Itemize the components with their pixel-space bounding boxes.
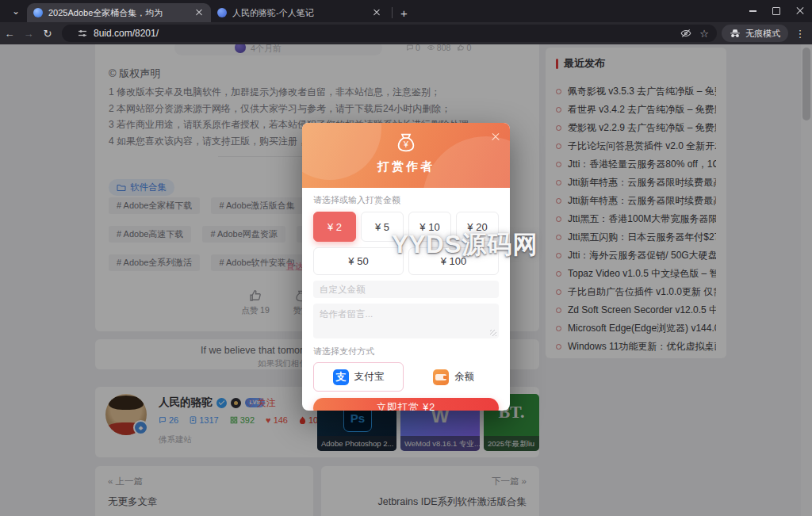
custom-amount-input[interactable] bbox=[313, 281, 499, 298]
menu-button[interactable]: ⋮ bbox=[791, 28, 809, 40]
tab-title: 人民的骆驼-个人笔记 bbox=[232, 7, 366, 19]
incognito-badge: 无痕模式 bbox=[722, 25, 788, 42]
tip-modal: ¥ 打赏作者 请选择或输入打赏金额 ¥ 2 ¥ 5 ¥ 10 ¥ 20 ¥ 50… bbox=[302, 123, 510, 411]
browser-toolbar: ← → ↻ 8uid.com/8201/ ☆ bbox=[0, 22, 812, 44]
site-info-icon[interactable] bbox=[78, 29, 87, 38]
message-input[interactable] bbox=[313, 304, 499, 338]
back-button[interactable]: ← bbox=[0, 28, 19, 40]
window-close-button[interactable] bbox=[788, 0, 812, 22]
modal-close-icon[interactable] bbox=[490, 132, 501, 143]
alipay-icon: 支 bbox=[333, 369, 349, 385]
incognito-icon bbox=[730, 29, 741, 38]
tab-close-icon[interactable] bbox=[193, 7, 205, 18]
message-field-wrap bbox=[313, 304, 499, 338]
eye-off-icon[interactable] bbox=[680, 28, 691, 39]
site-favicon bbox=[33, 8, 43, 17]
tab-divider bbox=[392, 7, 393, 18]
site-favicon bbox=[217, 8, 227, 17]
modal-header: ¥ 打赏作者 bbox=[302, 123, 510, 188]
forward-button[interactable]: → bbox=[19, 28, 38, 40]
browser-window: ⌄ 2025Adobe全家桶合集，均为 人民的骆驼-个人笔记 + ← → ↻ bbox=[0, 0, 812, 516]
maximize-button[interactable] bbox=[764, 0, 788, 22]
url-text[interactable]: 8uid.com/8201/ bbox=[94, 28, 672, 39]
amount-label: 请选择或输入打赏金额 bbox=[313, 194, 499, 205]
tab-camel-notes[interactable]: 人民的骆驼-个人笔记 bbox=[211, 3, 389, 22]
submit-tip-button[interactable]: 立即打赏 ¥2 bbox=[313, 398, 499, 411]
payment-option-balance[interactable]: 余额 bbox=[408, 362, 499, 392]
incognito-label: 无痕模式 bbox=[745, 28, 780, 40]
tab-search-button[interactable]: ⌄ bbox=[8, 3, 24, 19]
amount-option-2[interactable]: ¥ 2 bbox=[313, 212, 356, 242]
window-controls bbox=[741, 0, 812, 22]
payment-option-alipay[interactable]: 支 支付宝 bbox=[313, 362, 404, 392]
tab-close-icon[interactable] bbox=[371, 7, 382, 18]
tab-strip: ⌄ 2025Adobe全家桶合集，均为 人民的骆驼-个人笔记 + bbox=[0, 0, 812, 22]
modal-title: 打赏作者 bbox=[302, 159, 510, 174]
payment-options: 支 支付宝 余额 bbox=[313, 362, 499, 392]
tab-adobe-collection[interactable]: 2025Adobe全家桶合集，均为 bbox=[27, 3, 211, 22]
tab-title: 2025Adobe全家桶合集，均为 bbox=[48, 7, 189, 19]
watermark: YYDS源码网 bbox=[392, 228, 538, 262]
chevron-down-icon: ⌄ bbox=[12, 6, 20, 17]
minimize-button[interactable] bbox=[741, 0, 764, 22]
bookmark-star-icon[interactable]: ☆ bbox=[699, 28, 709, 40]
reload-button[interactable]: ↻ bbox=[38, 28, 57, 40]
money-bag-icon: ¥ bbox=[394, 130, 418, 154]
payment-label: 请选择支付方式 bbox=[313, 346, 499, 357]
new-tab-button[interactable]: + bbox=[396, 6, 412, 20]
amount-option-50[interactable]: ¥ 50 bbox=[313, 247, 404, 275]
address-bar[interactable]: 8uid.com/8201/ ☆ bbox=[62, 25, 717, 42]
svg-text:¥: ¥ bbox=[403, 140, 408, 149]
wallet-icon bbox=[433, 369, 449, 385]
